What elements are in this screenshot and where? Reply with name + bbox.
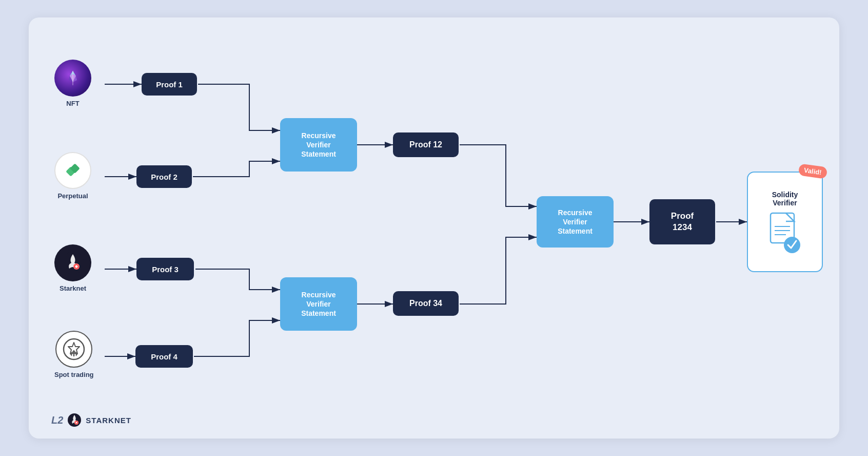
nft-icon	[54, 60, 91, 97]
spot-icon	[55, 331, 92, 368]
proof1-box: Proof 1	[142, 73, 197, 96]
perpetual-node: Perpetual	[54, 152, 91, 200]
recursive12-box: Recursive Verifier Statement	[280, 118, 357, 172]
starknet-footer-icon	[67, 413, 82, 427]
nft-node: NFT	[54, 60, 91, 107]
proof1234-box: Proof 1234	[649, 199, 715, 244]
nft-label: NFT	[66, 100, 79, 107]
document-icon	[766, 211, 803, 254]
proof4-box: Proof 4	[135, 345, 193, 368]
proof12-box: Proof 12	[393, 132, 459, 157]
perpetual-icon	[54, 152, 91, 189]
diagram-container: NFT Perpetual Starknet	[29, 17, 839, 439]
solidity-verifier-card: Valid! SolidityVerifier	[747, 172, 823, 272]
spot-node: Spot trading	[54, 331, 94, 378]
proof3-box: Proof 3	[136, 258, 194, 280]
starknet-icon	[54, 244, 91, 281]
spot-label: Spot trading	[54, 371, 94, 378]
svg-point-16	[75, 265, 78, 268]
starknet-label: Starknet	[60, 284, 86, 292]
perpetual-label: Perpetual	[57, 192, 88, 200]
valid-badge: Valid!	[798, 163, 827, 179]
proof2-box: Proof 2	[136, 165, 192, 188]
svg-point-28	[76, 422, 77, 424]
recursive-final-box: Recursive Verifier Statement	[537, 196, 614, 248]
footer-l2: L2	[51, 414, 63, 426]
recursive34-box: Recursive Verifier Statement	[280, 277, 357, 331]
starknet-node: Starknet	[54, 244, 91, 292]
footer: L2 STARKNET	[51, 413, 131, 427]
footer-starknet-label: STARKNET	[86, 416, 131, 425]
svg-point-24	[784, 237, 800, 253]
solidity-title: SolidityVerifier	[772, 191, 798, 207]
proof34-box: Proof 34	[393, 291, 459, 316]
